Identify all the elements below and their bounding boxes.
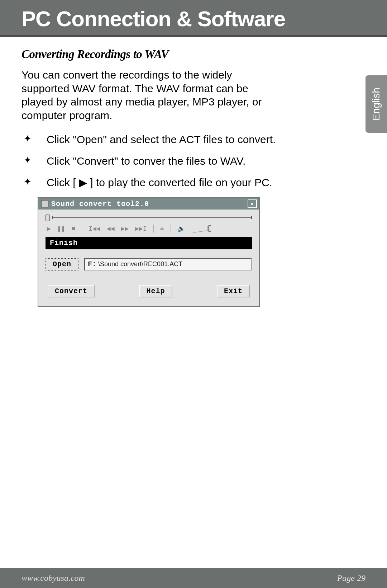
- exit-button[interactable]: Exit: [217, 285, 250, 297]
- skip-start-icon[interactable]: I◀◀: [89, 225, 100, 232]
- volume-thumb-icon[interactable]: [208, 225, 211, 232]
- bullet-text: Click "Open" and select the ACT files to…: [47, 132, 276, 147]
- section-heading: Converting Recordings to WAV: [22, 48, 276, 61]
- dialog-titlebar: Sound convert tool2.0 ✕: [38, 198, 259, 210]
- star-icon: ✦: [22, 154, 47, 166]
- rewind-icon[interactable]: ◀◀: [107, 225, 115, 232]
- path-rest: \Sound convert\REC001.ACT: [96, 260, 182, 268]
- path-drive: F:: [88, 260, 96, 268]
- list-item: ✦ Click [ ▶ ] to play the converted file…: [22, 175, 276, 190]
- content-area: Converting Recordings to WAV You can con…: [0, 37, 297, 307]
- sound-convert-dialog: Sound convert tool2.0 ✕ ▶ ❚❚ ■ I◀◀ ◀◀ ▶▶: [38, 197, 260, 307]
- footer-url: www.cobyusa.com: [22, 573, 85, 583]
- forward-icon[interactable]: ▶▶: [121, 225, 129, 232]
- star-icon: ✦: [22, 132, 47, 145]
- play-icon[interactable]: ▶: [47, 225, 51, 232]
- skip-end-icon[interactable]: ▶▶I: [135, 225, 147, 232]
- dialog-screenshot: Sound convert tool2.0 ✕ ▶ ❚❚ ■ I◀◀ ◀◀ ▶▶: [22, 197, 276, 307]
- list-item: ✦ Click "Convert" to conver the files to…: [22, 154, 276, 169]
- bullet-text: Click [ ▶ ] to play the converted file o…: [47, 175, 272, 190]
- status-bar: Finish: [46, 237, 252, 249]
- convert-button[interactable]: Convert: [48, 285, 95, 297]
- pause-icon[interactable]: ❚❚: [57, 225, 65, 232]
- help-button[interactable]: Help: [139, 285, 172, 297]
- open-button[interactable]: Open: [46, 258, 78, 271]
- footer-page: Page 29: [337, 573, 366, 583]
- star-icon: ✦: [22, 175, 47, 188]
- page-title: PC Connection & Software: [22, 6, 387, 31]
- app-icon: [41, 200, 48, 207]
- seek-bar[interactable]: [46, 215, 252, 221]
- section-paragraph: You can convert the recordings to the wi…: [22, 68, 276, 122]
- dialog-title-text: Sound convert tool2.0: [51, 200, 149, 208]
- playlist-icon[interactable]: ≡: [160, 225, 164, 232]
- close-icon[interactable]: ✕: [248, 199, 257, 208]
- transport-controls: ▶ ❚❚ ■ I◀◀ ◀◀ ▶▶ ▶▶I ≡ 🔈: [46, 225, 252, 232]
- volume-slider[interactable]: [193, 225, 211, 232]
- speaker-icon[interactable]: 🔈: [177, 225, 185, 232]
- bullet-text: Click "Convert" to conver the files to W…: [47, 154, 245, 169]
- seek-thumb-icon[interactable]: [46, 215, 50, 221]
- bullet-list: ✦ Click "Open" and select the ACT files …: [22, 132, 276, 190]
- language-tab[interactable]: English: [366, 75, 387, 133]
- language-label: English: [371, 88, 382, 121]
- page-footer: www.cobyusa.com Page 29: [0, 568, 387, 588]
- stop-icon[interactable]: ■: [72, 225, 76, 232]
- file-path-field[interactable]: F: \Sound convert\REC001.ACT: [84, 258, 252, 271]
- list-item: ✦ Click "Open" and select the ACT files …: [22, 132, 276, 147]
- page-header: PC Connection & Software: [0, 0, 387, 37]
